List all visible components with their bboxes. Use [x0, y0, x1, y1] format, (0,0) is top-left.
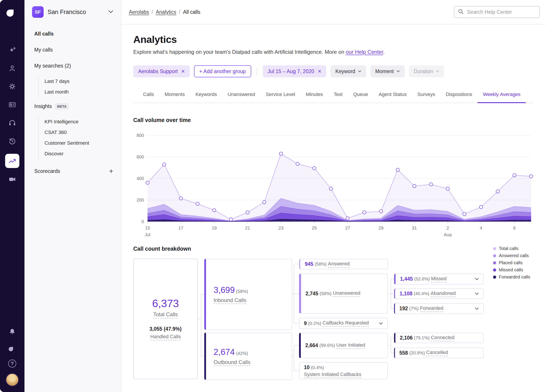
date-range-chip[interactable]: Jul 15 – Aug 7, 2020 × [263, 65, 326, 77]
help-icon[interactable]: ? [8, 360, 16, 367]
system-callbacks-label[interactable]: System Initiated Callbacks [304, 372, 361, 378]
chevron-down-icon[interactable] [472, 307, 479, 310]
add-scorecard-button[interactable]: + [109, 168, 113, 175]
ai-sparkles-icon[interactable] [7, 44, 18, 56]
sidebar-item-my-calls[interactable]: My calls [25, 44, 121, 56]
user-initiated-count: 2,664 [305, 342, 318, 348]
sidebar-item-scorecards[interactable]: Scorecards + [25, 165, 121, 177]
dialpad-logo [6, 6, 18, 18]
user-initiated-label[interactable]: User Initiated [336, 342, 365, 349]
total-calls-box: 6,373 Total Calls 3,055 (47.9%) Handled … [133, 259, 198, 379]
svg-text:0: 0 [142, 219, 144, 224]
contact-card-icon[interactable] [7, 99, 18, 110]
cancelled-label[interactable]: Cancelled [426, 350, 448, 356]
missed-box: 1,445 (52.6%) Missed [394, 273, 484, 285]
close-icon[interactable]: × [181, 69, 185, 75]
tab-queue[interactable]: Queue [348, 92, 373, 103]
search-input[interactable] [467, 9, 536, 15]
chevron-down-icon [108, 10, 113, 14]
tab-dispositions[interactable]: Dispositions [441, 92, 478, 103]
sidebar-item-all-calls[interactable]: All calls [25, 28, 121, 39]
answered-box: 945 (58%) Answered [299, 259, 388, 269]
sidebar-item-csat-360[interactable]: CSAT 360 [45, 127, 121, 138]
help-search[interactable] [454, 6, 540, 18]
tab-unanswered[interactable]: Unanswered [222, 92, 260, 103]
duration-dropdown[interactable]: Duration [409, 65, 444, 77]
team-name: San Francisco [48, 9, 86, 16]
sidebar-item-my-searches[interactable]: My searches (2) [25, 60, 121, 72]
scorecards-label: Scorecards [34, 168, 60, 174]
sidebar-item-last-month[interactable]: Last month [45, 87, 121, 97]
user-avatar[interactable] [6, 373, 19, 386]
connected-label[interactable]: Connected [431, 335, 455, 341]
svg-text:19: 19 [212, 226, 217, 230]
connected-count: 2,106 [400, 335, 413, 341]
dialpad-mark-icon[interactable] [7, 343, 18, 354]
callbacks-label[interactable]: Callbacks Requested [323, 320, 369, 327]
svg-text:31: 31 [412, 226, 417, 230]
content-column: Aerolabs / Analytics / All calls Analyti… [121, 0, 546, 392]
close-icon[interactable]: × [318, 69, 321, 75]
breadcrumb: Aerolabs / Analytics / All calls [129, 9, 201, 15]
sidebar-item-customer-sentiment[interactable]: Customer Sentiment [45, 138, 121, 148]
handled-calls-label[interactable]: Handled Calls [150, 334, 181, 341]
moment-dropdown[interactable]: Moment [370, 65, 405, 77]
call-volume-chart: 020040060080015Jul17192123252729312Aug46 [133, 126, 534, 237]
sidebar-item-discover[interactable]: Discover [45, 148, 121, 159]
breadcrumb-separator: / [179, 9, 180, 15]
chevron-down-icon[interactable] [376, 322, 383, 325]
svg-text:Aug: Aug [444, 232, 452, 237]
forwarded-label[interactable]: Forwarded [420, 305, 443, 312]
sidebar-nav: All calls My calls My searches (2) Last … [25, 23, 121, 181]
abandoned-label[interactable]: Abandoned [431, 291, 456, 297]
tab-calls[interactable]: Calls [138, 92, 159, 103]
team-switcher[interactable]: SF San Francisco [25, 0, 121, 23]
tab-service-level[interactable]: Service Level [260, 92, 301, 103]
tab-minutes[interactable]: Minutes [301, 92, 328, 103]
keyword-dropdown[interactable]: Keyword [330, 65, 366, 77]
headset-icon[interactable] [7, 117, 18, 128]
svg-text:25: 25 [312, 226, 317, 230]
sidebar-item-kpi-intelligence[interactable]: KPI Intelligence [45, 116, 121, 127]
tab-weekly-averages[interactable]: Weekly Averages [477, 92, 526, 103]
chart-title: Call volume over time [133, 117, 533, 123]
contacts-icon[interactable] [7, 63, 18, 74]
missed-label[interactable]: Missed [431, 276, 447, 282]
unanswered-box: 2,745 (58%) Unanswered [299, 273, 388, 314]
sidebar-item-insights[interactable]: Insights BETA [25, 101, 121, 112]
tab-agent-status[interactable]: Agent Status [373, 92, 412, 103]
outbound-count: 2,674 [214, 347, 235, 357]
filter-bar: Aerolabs Support × + Add another group J… [133, 65, 533, 77]
breadcrumb-analytics[interactable]: Analytics [156, 9, 176, 15]
tab-surveys[interactable]: Surveys [412, 92, 440, 103]
gear-icon[interactable] [7, 81, 18, 92]
outbound-label[interactable]: Outbound Calls [214, 359, 250, 366]
add-group-button[interactable]: + Add another group [194, 65, 251, 77]
breadcrumb-aerolabs[interactable]: Aerolabs [129, 9, 149, 15]
missed-count: 1,445 [400, 276, 413, 282]
inbound-count: 3,699 [214, 285, 235, 295]
cancelled-box: 558 (20.9%) Cancelled [394, 348, 484, 358]
unanswered-label[interactable]: Unanswered [333, 290, 360, 297]
chevron-down-icon[interactable] [472, 292, 479, 295]
history-icon[interactable] [7, 136, 18, 147]
sidebar-item-last-7-days[interactable]: Last 7 days [45, 76, 121, 87]
chevron-down-icon[interactable] [472, 278, 479, 280]
date-range-label: Jul 15 – Aug 7, 2020 [268, 69, 314, 75]
answered-label[interactable]: Answered [328, 261, 350, 268]
callbacks-count: 9 [304, 320, 307, 326]
group-filter-chip[interactable]: Aerolabs Support × [133, 65, 190, 77]
svg-text:4: 4 [480, 226, 482, 230]
forwarded-box: 192 (7%) Forwarded [394, 303, 484, 314]
inbound-label[interactable]: Inbound Calls [214, 297, 246, 304]
tab-keywords[interactable]: Keywords [190, 92, 222, 103]
bell-icon[interactable] [7, 326, 18, 337]
analytics-tabs: Calls Moments Keywords Unanswered Servic… [133, 92, 533, 103]
total-calls-label[interactable]: Total Calls [153, 311, 178, 318]
help-center-link[interactable]: our Help Center [346, 49, 383, 55]
tab-moments[interactable]: Moments [159, 92, 190, 103]
analytics-icon[interactable] [5, 154, 19, 168]
tab-text[interactable]: Text [328, 92, 348, 103]
forwarded-count: 192 [399, 306, 408, 311]
video-icon[interactable] [7, 174, 18, 185]
